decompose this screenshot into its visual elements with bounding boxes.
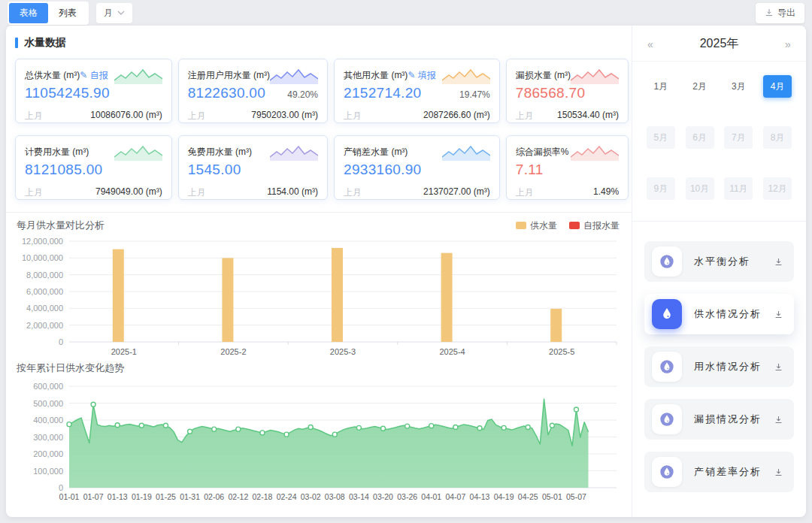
- analysis-item-3[interactable]: 漏损情况分析: [644, 399, 794, 440]
- stat-card-action[interactable]: ✎ 填报: [408, 69, 435, 82]
- analysis-icon-box: [652, 299, 682, 329]
- water-drop-icon: [659, 306, 675, 322]
- calendar-month-grid: 1月2月3月4月5月6月7月8月9月10月11月12月: [632, 62, 806, 200]
- legend-item-0[interactable]: 供水量: [516, 219, 557, 232]
- stat-card-action[interactable]: ✎ 自报: [80, 69, 108, 82]
- analysis-icon-box: [652, 404, 682, 434]
- analysis-item-1[interactable]: 供水情况分析: [644, 294, 794, 334]
- svg-text:04-25: 04-25: [518, 492, 538, 501]
- stat-card-value: 11054245.90: [25, 85, 110, 101]
- analysis-item-label: 漏损情况分析: [694, 413, 762, 426]
- data-marker: [284, 432, 289, 437]
- period-select[interactable]: 月: [96, 3, 132, 23]
- download-icon[interactable]: [774, 310, 783, 319]
- calendar-next-button[interactable]: »: [782, 38, 794, 50]
- area-chart[interactable]: 0100,000200,000300,000400,000500,000600,…: [15, 375, 624, 515]
- svg-text:02-06: 02-06: [204, 492, 224, 501]
- svg-text:01-25: 01-25: [156, 492, 176, 501]
- stat-card-mid: 7.11: [516, 162, 619, 183]
- svg-text:200,000: 200,000: [33, 449, 63, 458]
- sparkline-icon: [571, 66, 619, 84]
- svg-text:2025-1: 2025-1: [111, 347, 137, 356]
- data-marker: [429, 424, 434, 428]
- download-icon[interactable]: [774, 415, 783, 425]
- stat-card-prev-value: 7949049.00 (m³): [95, 186, 162, 199]
- svg-text:02-24: 02-24: [277, 492, 297, 501]
- bar-chart-title: 每月供水量对比分析: [17, 219, 105, 232]
- bar-2025-3: [332, 248, 343, 342]
- data-marker: [477, 426, 482, 431]
- legend-swatch: [516, 222, 526, 229]
- data-marker: [453, 425, 458, 429]
- bar-chart[interactable]: 02,000,0004,000,0006,000,0008,000,00010,…: [15, 232, 624, 358]
- svg-text:01-01: 01-01: [59, 492, 80, 501]
- stat-card-grid: 总供水量 (m³)✎ 自报11054245.90上月10086076.00 (m…: [15, 59, 624, 200]
- calendar-header: « 2025年 »: [632, 26, 806, 62]
- chevron-down-icon: [117, 11, 125, 15]
- analysis-item-label: 产销差率分析: [694, 465, 762, 479]
- stat-card: 注册用户用水量 (m³)8122630.0049.20%上月7950203.00…: [178, 59, 328, 123]
- stat-card-prev-label: 上月: [188, 110, 206, 122]
- stat-card-prev-label: 上月: [344, 110, 362, 122]
- svg-text:03-08: 03-08: [325, 492, 345, 501]
- analysis-item-4[interactable]: 产销差率分析: [644, 452, 794, 492]
- svg-text:04-01: 04-01: [421, 492, 441, 501]
- analysis-item-0[interactable]: 水平衡分析: [644, 241, 794, 282]
- calendar-prev-button[interactable]: «: [644, 38, 656, 50]
- month-cell-11: 11月: [724, 177, 753, 200]
- stat-card: 免费用水量 (m³)1545.00上月1154.00 (m³): [178, 135, 328, 200]
- svg-text:400,000: 400,000: [33, 416, 63, 425]
- analysis-list: 水平衡分析供水情况分析用水情况分析漏损情况分析产销差率分析: [632, 222, 806, 492]
- svg-text:03-02: 03-02: [301, 492, 321, 501]
- water-drop-icon: [659, 253, 675, 270]
- svg-text:05-07: 05-07: [566, 492, 586, 501]
- stat-card-mid: 8122630.0049.20%: [188, 85, 318, 106]
- month-cell-8: 8月: [763, 126, 792, 149]
- download-icon[interactable]: [774, 257, 783, 267]
- legend-item-1[interactable]: 自报水量: [569, 219, 620, 232]
- month-cell-2[interactable]: 2月: [686, 75, 714, 98]
- stat-card-value: 7.11: [516, 162, 544, 178]
- page-title-text: 水量数据: [24, 36, 66, 50]
- svg-text:04-13: 04-13: [470, 492, 490, 501]
- download-icon[interactable]: [774, 467, 783, 477]
- svg-text:6,000,000: 6,000,000: [26, 287, 63, 296]
- sparkline-icon: [270, 143, 318, 161]
- analysis-item-2[interactable]: 用水情况分析: [644, 346, 794, 387]
- data-marker: [139, 423, 144, 428]
- stat-card-title: 漏损水量 (m³): [516, 69, 571, 82]
- view-tab-0[interactable]: 表格: [9, 3, 48, 23]
- svg-text:02-12: 02-12: [228, 492, 248, 501]
- stat-card-prev: 上月2087266.60 (m³): [344, 110, 490, 122]
- month-cell-3[interactable]: 3月: [724, 75, 753, 98]
- calendar-year-label: 2025年: [656, 36, 782, 52]
- data-marker: [381, 426, 386, 431]
- analysis-icon-box: [652, 246, 682, 277]
- stat-card-prev-label: 上月: [25, 186, 43, 199]
- svg-text:12,000,000: 12,000,000: [22, 237, 63, 246]
- bar-2025-5: [550, 309, 562, 342]
- svg-text:03-14: 03-14: [349, 492, 369, 501]
- sparkline-icon: [114, 143, 162, 161]
- stat-card: 漏损水量 (m³)786568.70上月150534.40 (m³): [506, 59, 629, 123]
- analysis-item-label: 水平衡分析: [694, 255, 750, 268]
- view-tab-1[interactable]: 列表: [48, 3, 87, 23]
- legend-label: 供水量: [530, 219, 557, 232]
- download-icon[interactable]: [774, 362, 783, 372]
- legend-swatch: [569, 222, 580, 229]
- svg-text:0: 0: [59, 337, 63, 346]
- stat-card: 计费用水量 (m³)8121085.00上月7949049.00 (m³): [15, 135, 172, 200]
- month-cell-4[interactable]: 4月: [763, 75, 792, 98]
- stat-card-top: 注册用户用水量 (m³): [188, 65, 318, 85]
- data-marker: [260, 431, 265, 435]
- stat-card-prev: 上月2137027.00 (m³): [344, 186, 490, 199]
- month-cell-1[interactable]: 1月: [647, 75, 675, 98]
- analysis-icon-box: [652, 352, 682, 382]
- bar-2025-4: [441, 253, 453, 342]
- stat-card-prev-label: 上月: [344, 186, 362, 199]
- svg-text:2025-2: 2025-2: [220, 347, 246, 356]
- bar-2025-1: [113, 249, 124, 342]
- stat-card-title: 注册用户用水量 (m³): [188, 69, 270, 82]
- right-sidebar: « 2025年 » 1月2月3月4月5月6月7月8月9月10月11月12月 水平…: [632, 26, 806, 517]
- export-button[interactable]: 导出: [756, 3, 804, 23]
